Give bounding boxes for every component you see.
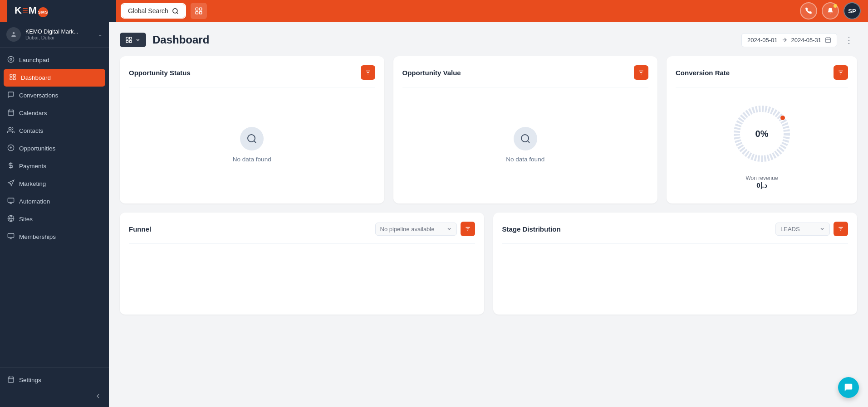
won-revenue-section: Won revenue د.إ0 xyxy=(745,175,778,189)
logo-area: K≡MSMS xyxy=(7,0,116,22)
memberships-icon xyxy=(7,233,15,241)
main-layout: KEMO Digital Mark... Dubai, Dubai ⌄ Laun… xyxy=(0,22,868,407)
opportunity-status-filter-button[interactable] xyxy=(361,65,375,80)
sidebar-item-sites[interactable]: Sites xyxy=(0,210,109,228)
navbar-right: SP xyxy=(800,2,861,19)
grid-icon xyxy=(195,7,203,15)
filter-icon xyxy=(465,226,471,232)
marketing-icon xyxy=(7,179,15,188)
svg-rect-34 xyxy=(129,37,132,39)
workspace-chevron-icon: ⌄ xyxy=(98,31,103,38)
opportunity-status-header: Opportunity Status xyxy=(129,65,375,87)
settings-icon xyxy=(7,376,15,384)
sidebar-item-label-conversations: Conversations xyxy=(19,92,58,99)
chevron-down-icon xyxy=(135,37,141,43)
filter-icon xyxy=(838,69,844,76)
calendar-icon xyxy=(825,37,831,43)
sidebar-item-settings[interactable]: Settings xyxy=(0,371,109,389)
sidebar-item-launchpad[interactable]: Launchpad xyxy=(0,51,109,69)
sidebar-item-label-launchpad: Launchpad xyxy=(19,57,49,63)
phone-icon-button[interactable] xyxy=(800,2,817,19)
opportunity-status-card: Opportunity Status No data found xyxy=(120,56,384,204)
sidebar-item-automation[interactable]: Automation xyxy=(0,193,109,210)
conversations-icon xyxy=(7,91,15,100)
opportunity-value-header: Opportunity Value xyxy=(402,65,649,87)
sidebar-item-label-payments: Payments xyxy=(19,163,46,170)
avatar-initials: SP xyxy=(848,8,856,15)
leads-value: LEADS xyxy=(780,226,817,233)
page-title: Dashboard xyxy=(152,34,209,46)
chevron-left-icon xyxy=(94,392,102,400)
workspace-selector[interactable]: KEMO Digital Mark... Dubai, Dubai ⌄ xyxy=(0,22,109,48)
opportunities-icon xyxy=(7,144,15,153)
sidebar-item-calendars[interactable]: Calendars xyxy=(0,104,109,122)
contacts-icon xyxy=(7,126,15,135)
sidebar-collapse-button[interactable] xyxy=(0,389,109,403)
top-navbar: K≡MSMS Global Search SP xyxy=(0,0,868,22)
stage-distribution-filter-button[interactable] xyxy=(834,222,848,236)
view-toggle-button[interactable] xyxy=(120,33,146,47)
sidebar-item-label-settings: Settings xyxy=(19,377,41,383)
sidebar-item-label-dashboard: Dashboard xyxy=(21,74,51,81)
conversion-rate-header: Conversion Rate xyxy=(676,65,848,87)
switcher-icon-button[interactable] xyxy=(191,3,207,19)
leads-select[interactable]: LEADS xyxy=(775,223,830,236)
won-revenue-value: د.إ0 xyxy=(745,181,778,189)
sidebar-item-dashboard[interactable]: Dashboard xyxy=(4,69,105,87)
workspace-name: KEMO Digital Mark... xyxy=(25,29,93,35)
notification-bell-button[interactable] xyxy=(822,2,839,19)
conversion-rate-title: Conversion Rate xyxy=(676,69,730,77)
conversion-rate-body: 0% Won revenue د.إ0 xyxy=(676,95,848,194)
svg-rect-8 xyxy=(10,74,12,77)
opportunity-value-card: Opportunity Value No data found xyxy=(393,56,658,204)
sidebar-item-opportunities[interactable]: Opportunities xyxy=(0,140,109,157)
sidebar-item-label-marketing: Marketing xyxy=(19,180,46,187)
layout-icon xyxy=(125,36,132,44)
svg-rect-26 xyxy=(8,233,14,237)
pipeline-value: No pipeline available xyxy=(380,226,444,233)
sidebar-item-memberships[interactable]: Memberships xyxy=(0,228,109,246)
filter-icon xyxy=(638,69,644,76)
funnel-header: Funnel No pipeline available xyxy=(129,222,475,244)
svg-rect-4 xyxy=(199,12,201,14)
date-start: 2024-05-01 xyxy=(747,37,778,44)
opportunity-value-empty-icon xyxy=(514,127,537,150)
svg-point-49 xyxy=(521,135,529,142)
user-avatar-button[interactable]: SP xyxy=(843,2,861,19)
chat-support-button[interactable] xyxy=(838,377,859,398)
more-options-button[interactable]: ⋮ xyxy=(841,33,857,47)
opportunity-status-empty-icon xyxy=(240,127,264,150)
svg-point-0 xyxy=(173,8,177,13)
logo-icon: SMS xyxy=(38,7,48,17)
search-icon xyxy=(172,8,179,15)
funnel-card: Funnel No pipeline available xyxy=(120,213,484,315)
svg-rect-10 xyxy=(10,78,12,80)
stage-distribution-title: Stage Distribution xyxy=(502,225,561,233)
sidebar-item-label-sites: Sites xyxy=(19,216,33,223)
svg-rect-38 xyxy=(826,38,831,43)
svg-rect-11 xyxy=(13,78,15,80)
phone-icon xyxy=(805,7,812,15)
workspace-info: KEMO Digital Mark... Dubai, Dubai xyxy=(25,29,93,40)
pipeline-select[interactable]: No pipeline available xyxy=(375,223,457,236)
sidebar-item-marketing[interactable]: Marketing xyxy=(0,175,109,193)
filter-icon xyxy=(365,69,371,76)
funnel-filter-button[interactable] xyxy=(461,222,475,236)
sidebar-item-payments[interactable]: Payments xyxy=(0,157,109,175)
won-revenue-label: Won revenue xyxy=(745,175,778,181)
sidebar-item-conversations[interactable]: Conversations xyxy=(0,87,109,104)
svg-rect-2 xyxy=(199,8,201,10)
svg-rect-12 xyxy=(8,110,14,116)
svg-rect-35 xyxy=(126,40,128,43)
date-range-picker[interactable]: 2024-05-01 2024-05-31 xyxy=(741,33,837,47)
svg-point-16 xyxy=(9,127,11,130)
svg-rect-21 xyxy=(8,198,14,202)
sidebar-item-contacts[interactable]: Contacts xyxy=(0,122,109,140)
bell-icon xyxy=(827,7,834,15)
cards-row-bottom: Funnel No pipeline available xyxy=(120,213,857,315)
global-search-button[interactable]: Global Search xyxy=(122,4,185,18)
opportunity-status-body: No data found xyxy=(129,95,375,194)
opportunity-value-filter-button[interactable] xyxy=(634,65,648,80)
sidebar-bottom: Settings xyxy=(0,367,109,407)
conversion-rate-filter-button[interactable] xyxy=(834,65,848,80)
